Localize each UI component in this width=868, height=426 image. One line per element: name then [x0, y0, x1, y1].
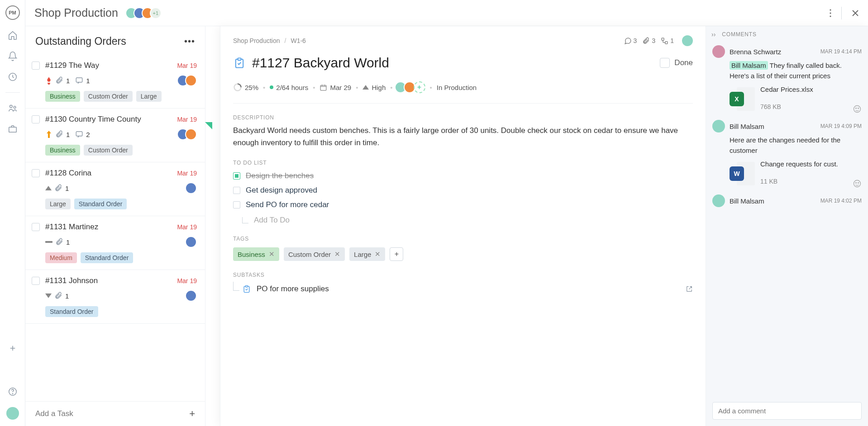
priority-meta[interactable]: High [362, 84, 386, 91]
card-checkbox[interactable] [32, 277, 40, 285]
card-assignees[interactable] [189, 182, 197, 194]
project-members[interactable]: +1 [129, 7, 162, 19]
home-icon[interactable] [7, 30, 18, 41]
comment-time: MAR 19 4:14 PM [820, 48, 862, 55]
card-assignees[interactable] [189, 236, 197, 248]
comments-count[interactable]: 3 [624, 37, 637, 45]
subtasks-count[interactable]: 1 [661, 37, 674, 45]
tag-chip[interactable]: Business✕ [233, 247, 279, 261]
card-tag[interactable]: Large [136, 91, 162, 102]
people-icon[interactable] [7, 103, 18, 114]
open-subtask-icon[interactable] [686, 285, 693, 293]
react-icon[interactable] [853, 104, 862, 114]
todo-checkbox[interactable] [233, 172, 240, 180]
comments-panel: ›› COMMENTS Brenna Schwartz MAR 19 4:14 … [706, 26, 868, 426]
more-options-icon[interactable] [830, 9, 831, 17]
more-members-badge[interactable]: +1 [150, 7, 162, 19]
todo-item[interactable]: Send PO for more cedar [233, 200, 693, 209]
card-tag[interactable]: Custom Order [84, 145, 133, 156]
task-card[interactable]: #1128 Corina Mar 19 1 LargeStandard Orde… [25, 162, 205, 216]
card-title: #1129 The Way [45, 61, 172, 70]
react-icon[interactable] [853, 179, 862, 188]
comment-avatar[interactable] [712, 120, 725, 133]
comment-avatar[interactable] [712, 194, 725, 207]
card-tag[interactable]: Standard Order [74, 199, 127, 209]
attachments-count[interactable]: 3 [642, 37, 655, 45]
assignee-stack[interactable]: + [397, 81, 425, 93]
task-owner-avatar[interactable] [682, 35, 693, 46]
remove-tag-icon[interactable]: ✕ [334, 250, 340, 258]
file-icon: X [730, 85, 755, 111]
task-card[interactable]: #1130 Country Time County Mar 19 1 2 Bus… [25, 109, 205, 162]
card-due-date: Mar 19 [177, 116, 197, 123]
remove-tag-icon[interactable]: ✕ [269, 250, 275, 258]
add-task-plus-icon[interactable]: + [189, 408, 195, 420]
file-icon: W [730, 160, 755, 185]
notifications-icon[interactable] [7, 51, 18, 62]
card-checkbox[interactable] [32, 223, 40, 231]
recent-icon[interactable] [7, 71, 18, 82]
add-tag-button[interactable]: + [390, 247, 403, 261]
task-card[interactable]: #1131 Martinez Mar 19 1 MediumStandard O… [25, 216, 205, 270]
project-title: Shop Production [34, 6, 118, 19]
card-tag[interactable]: Standard Order [45, 306, 98, 317]
task-detail-main: Shop Production / W1-6 3 3 1 [220, 26, 706, 426]
attachment[interactable]: W Change requests for cust. 11 KB [730, 160, 862, 185]
comments-title: COMMENTS [722, 31, 756, 38]
done-toggle[interactable]: Done [660, 58, 693, 68]
progress-meta[interactable]: 25% [233, 83, 258, 92]
column-outstanding-orders: Outstanding Orders ••• #1129 The Way Mar… [25, 26, 205, 426]
add-todo-row[interactable]: Add To Do [233, 216, 693, 225]
hours-meta[interactable]: 2/64 hours [270, 84, 308, 91]
workspace: Shop Production +1 Outstanding Orders ••… [25, 0, 868, 426]
logo[interactable]: PM [5, 5, 20, 20]
comment-input[interactable] [712, 402, 862, 420]
remove-tag-icon[interactable]: ✕ [375, 250, 381, 258]
user-avatar[interactable] [6, 407, 19, 420]
add-assignee-button[interactable]: + [414, 81, 425, 93]
done-checkbox[interactable] [660, 58, 670, 68]
card-tag[interactable]: Medium [45, 252, 77, 263]
card-checkbox[interactable] [32, 62, 40, 70]
todo-checkbox[interactable] [233, 201, 240, 208]
svg-point-21 [858, 108, 859, 109]
breadcrumb-project[interactable]: Shop Production [233, 37, 280, 44]
comment-avatar[interactable] [712, 45, 725, 58]
mention[interactable]: Bill Malsam [730, 61, 768, 70]
card-checkbox[interactable] [32, 169, 40, 177]
card-tag[interactable]: Large [45, 199, 71, 209]
card-assignees[interactable] [189, 290, 197, 302]
card-checkbox[interactable] [32, 115, 40, 123]
attachment-icon [55, 238, 63, 246]
todo-checkbox[interactable] [233, 187, 240, 194]
due-date-meta[interactable]: Mar 29 [320, 84, 351, 91]
task-card[interactable]: #1129 The Way Mar 19 1 1 BusinessCustom … [25, 55, 205, 109]
card-tag[interactable]: Standard Order [81, 252, 134, 263]
add-task-row[interactable]: Add a Task + [25, 401, 205, 426]
task-title[interactable]: #1127 Backyard World [252, 55, 653, 71]
briefcase-icon[interactable] [7, 123, 18, 134]
card-tag[interactable]: Custom Order [84, 91, 133, 102]
tag-chip[interactable]: Custom Order✕ [284, 247, 345, 261]
description-text[interactable]: Backyard World needs custom benches. Thi… [233, 124, 693, 149]
todo-item[interactable]: Design the benches [233, 171, 693, 180]
task-card[interactable]: #1131 Johnson Mar 19 1 Standard Order [25, 270, 205, 324]
card-tag[interactable]: Business [45, 145, 80, 156]
priority-icon [45, 293, 52, 298]
close-icon[interactable] [852, 9, 859, 17]
tag-chip[interactable]: Large✕ [349, 247, 385, 261]
card-assignees[interactable] [181, 128, 197, 140]
card-tag[interactable]: Business [45, 91, 80, 102]
help-icon[interactable] [7, 386, 18, 397]
breadcrumb-column[interactable]: W1-6 [291, 37, 305, 44]
fold-indicator-icon [205, 122, 212, 129]
collapse-comments-icon[interactable]: ›› [711, 31, 715, 38]
status-meta[interactable]: In Production [437, 84, 477, 91]
column-menu-icon[interactable]: ••• [184, 36, 195, 47]
attachment[interactable]: X Cedar Prices.xlsx 768 KB [730, 85, 862, 111]
todo-item[interactable]: Get design approved [233, 186, 693, 195]
subtasks-label: SUBTASKS [233, 272, 693, 278]
subtask-row[interactable]: PO for more supplies [233, 284, 693, 293]
add-icon[interactable] [7, 343, 18, 354]
card-assignees[interactable] [181, 75, 197, 86]
